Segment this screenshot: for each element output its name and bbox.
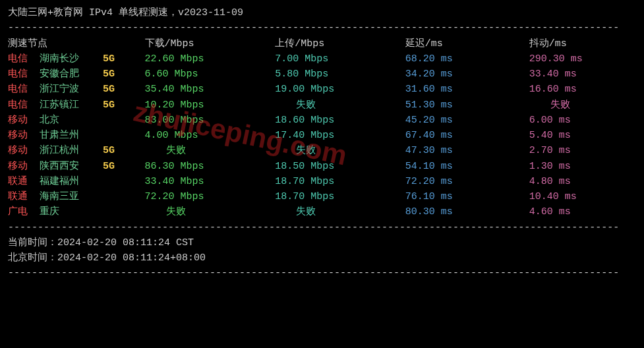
jitter-cell-value: 33.40 ms: [529, 69, 577, 80]
table-row: 移动陕西西安5G86.30 Mbps18.50 Mbps54.10 ms1.30…: [8, 159, 620, 174]
upload-cell-value: 18.70 Mbps: [275, 191, 334, 202]
jitter-cell: 2.70 ms: [529, 143, 620, 158]
beijing-time-value: 2024-02-20 08:11:24+08:00: [57, 252, 206, 264]
download-cell-value: 6.60 Mbps: [145, 69, 198, 80]
isp-name: 移动: [8, 143, 40, 158]
jitter-cell-value: 失败: [529, 100, 570, 111]
tag-5g: 5G: [103, 98, 123, 113]
download-cell: 33.40 Mbps: [145, 174, 276, 189]
latency-cell: 51.30 ms: [405, 98, 529, 113]
download-cell: 35.40 Mbps: [145, 82, 276, 97]
download-cell-value: 35.40 Mbps: [145, 84, 204, 95]
current-time-value: 2024-02-20 08:11:24 CST: [57, 237, 194, 248]
download-cell-value: 10.20 Mbps: [145, 100, 204, 111]
jitter-cell-value: 2.70 ms: [529, 145, 571, 156]
upload-cell-value: 17.40 Mbps: [275, 130, 334, 141]
isp-name: 电信: [8, 67, 40, 82]
tag-5g: 5G: [103, 143, 123, 158]
jitter-cell-value: 16.60 ms: [529, 84, 577, 95]
node-cell: 电信安徽合肥5G: [8, 67, 145, 82]
jitter-cell: 33.40 ms: [529, 67, 620, 82]
upload-cell: 19.00 Mbps: [275, 82, 405, 97]
node-cell: 移动甘肃兰州: [8, 128, 145, 143]
jitter-cell-value: 4.80 ms: [529, 176, 571, 187]
download-cell: 86.30 Mbps: [145, 159, 276, 174]
footer-current-time: 当前时间：2024-02-20 08:11:24 CST: [8, 235, 620, 250]
download-cell-value: 86.30 Mbps: [145, 161, 204, 172]
jitter-cell: 16.60 ms: [529, 82, 620, 97]
tag-5g: [103, 113, 123, 128]
upload-cell-value: 失败: [275, 206, 316, 218]
jitter-cell: 6.00 ms: [529, 113, 620, 128]
download-cell-value: 83.00 Mbps: [145, 115, 204, 126]
table-row: 联通海南三亚72.20 Mbps18.70 Mbps76.10 ms10.40 …: [8, 189, 620, 204]
download-cell-value: 失败: [145, 206, 186, 218]
upload-cell: 18.50 Mbps: [275, 159, 405, 174]
header-row: 测速节点 下载/Mbps 上传/Mbps 延迟/ms 抖动/ms: [8, 36, 620, 51]
city-name: 福建福州: [40, 174, 103, 189]
isp-name: 电信: [8, 98, 40, 113]
city-name: 安徽合肥: [40, 67, 103, 82]
tag-5g: 5G: [103, 67, 123, 82]
upload-cell-value: 19.00 Mbps: [275, 84, 334, 95]
node-cell: 联通福建福州: [8, 174, 145, 189]
upload-cell-value: 失败: [275, 100, 316, 111]
node-cell: 移动北京: [8, 113, 145, 128]
tag-5g: [103, 204, 123, 219]
download-cell: 22.60 Mbps: [145, 51, 276, 67]
download-cell: 10.20 Mbps: [145, 98, 276, 113]
download-cell: 失败: [145, 143, 276, 158]
node-cell: 联通海南三亚: [8, 189, 145, 204]
tag-5g: [103, 174, 123, 189]
isp-name: 联通: [8, 174, 40, 189]
download-cell-value: 22.60 Mbps: [145, 53, 204, 65]
city-name: 海南三亚: [40, 189, 103, 204]
jitter-cell-value: 5.40 ms: [529, 130, 571, 141]
city-name: 陕西西安: [40, 159, 103, 174]
latency-cell-value: 45.20 ms: [405, 115, 453, 126]
table-row: 移动甘肃兰州4.00 Mbps17.40 Mbps67.40 ms5.40 ms: [8, 128, 620, 143]
node-cell: 电信江苏镇江5G: [8, 98, 145, 113]
upload-cell: 失败: [275, 143, 405, 158]
isp-name: 移动: [8, 128, 40, 143]
isp-name: 联通: [8, 189, 40, 204]
footer-beijing-time: 北京时间：2024-02-20 08:11:24+08:00: [8, 250, 620, 266]
data-rows: 电信湖南长沙5G22.60 Mbps7.00 Mbps68.20 ms290.3…: [8, 51, 620, 220]
table-row: 电信安徽合肥5G6.60 Mbps5.80 Mbps34.20 ms33.40 …: [8, 67, 620, 82]
node-cell: 广电重庆: [8, 204, 145, 219]
download-cell-value: 失败: [145, 145, 186, 156]
latency-cell: 68.20 ms: [405, 51, 529, 67]
beijing-time-label: 北京时间：: [8, 252, 57, 264]
table-row: 电信湖南长沙5G22.60 Mbps7.00 Mbps68.20 ms290.3…: [8, 51, 620, 67]
header-latency: 延迟/ms: [405, 36, 529, 51]
city-name: 甘肃兰州: [40, 128, 103, 143]
jitter-cell-value: 6.00 ms: [529, 115, 571, 126]
download-cell: 4.00 Mbps: [145, 128, 276, 143]
upload-cell: 7.00 Mbps: [275, 51, 405, 67]
latency-cell-value: 68.20 ms: [405, 53, 453, 65]
isp-name: 移动: [8, 113, 40, 128]
node-cell: 电信浙江宁波5G: [8, 82, 145, 97]
isp-name: 电信: [8, 51, 40, 67]
latency-cell: 45.20 ms: [405, 113, 529, 128]
latency-cell: 72.20 ms: [405, 174, 529, 189]
jitter-cell-value: 1.30 ms: [529, 161, 571, 172]
latency-cell: 34.20 ms: [405, 67, 529, 82]
latency-cell-value: 34.20 ms: [405, 69, 453, 80]
jitter-cell: 1.30 ms: [529, 159, 620, 174]
jitter-cell: 4.60 ms: [529, 204, 620, 219]
tag-5g: 5G: [103, 82, 123, 97]
latency-cell: 76.10 ms: [405, 189, 529, 204]
divider-top: ----------------------------------------…: [8, 20, 620, 36]
upload-cell-value: 18.70 Mbps: [275, 176, 334, 187]
download-cell: 6.60 Mbps: [145, 67, 276, 82]
title-line: 大陆三网+教育网 IPv4 单线程测速，v2023-11-09: [8, 5, 620, 20]
city-name: 重庆: [40, 204, 103, 219]
upload-cell-value: 失败: [275, 145, 316, 156]
node-cell: 电信湖南长沙5G: [8, 51, 145, 67]
table-row: 联通福建福州33.40 Mbps18.70 Mbps72.20 ms4.80 m…: [8, 174, 620, 189]
tag-5g: [103, 128, 123, 143]
download-cell: 72.20 Mbps: [145, 189, 276, 204]
jitter-cell-value: 4.60 ms: [529, 206, 571, 218]
city-name: 江苏镇江: [40, 98, 103, 113]
